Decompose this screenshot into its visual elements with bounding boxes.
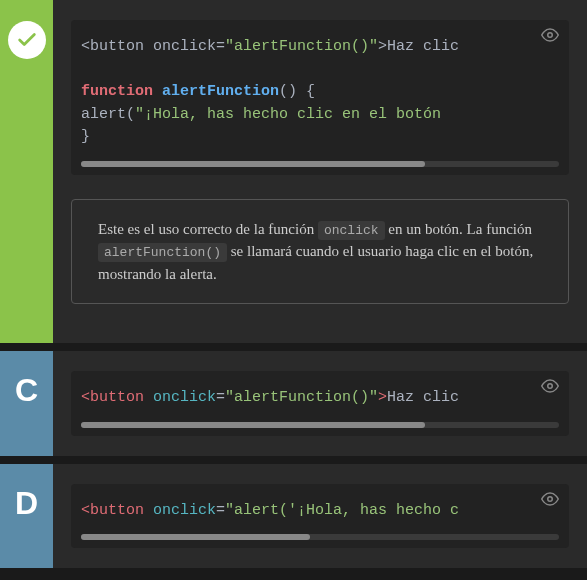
- code-line: alert("¡Hola, has hecho clic en el botón: [81, 104, 559, 127]
- code-string: "alertFunction()": [225, 389, 378, 406]
- code-line: <button onclick="alertFunction()">Haz cl…: [81, 387, 559, 410]
- code-attr: onclick: [144, 502, 216, 519]
- code-text: <button onclick=: [81, 38, 225, 55]
- option-correct-content: <button onclick="alertFunction()">Haz cl…: [53, 0, 587, 343]
- badge-d: D: [0, 464, 53, 569]
- code-block-c: <button onclick="alertFunction()">Haz cl…: [71, 371, 569, 436]
- badge-correct: [0, 0, 53, 343]
- scrollbar-thumb[interactable]: [81, 422, 425, 428]
- code-keyword: function: [81, 83, 153, 100]
- code-text: =: [216, 502, 225, 519]
- code-text: Haz clic: [387, 389, 459, 406]
- explanation-text: en un botón. La función: [385, 221, 532, 237]
- option-correct: <button onclick="alertFunction()">Haz cl…: [0, 0, 587, 343]
- scrollbar-thumb[interactable]: [81, 161, 425, 167]
- code-text: =: [216, 389, 225, 406]
- option-c-content: <button onclick="alertFunction()">Haz cl…: [53, 351, 587, 456]
- inline-code: alertFunction(): [98, 243, 227, 262]
- code-block-correct: <button onclick="alertFunction()">Haz cl…: [71, 20, 569, 175]
- code-string: "alert('¡Hola, has hecho c: [225, 502, 459, 519]
- svg-point-1: [548, 384, 553, 389]
- code-line: }: [81, 126, 559, 149]
- scrollbar-thumb[interactable]: [81, 534, 310, 540]
- option-letter: D: [15, 485, 38, 522]
- option-d[interactable]: D <button onclick="alert('¡Hola, has hec…: [0, 464, 587, 569]
- code-line: <button onclick="alert('¡Hola, has hecho…: [81, 500, 559, 523]
- explanation-box: Este es el uso correcto de la función on…: [71, 199, 569, 305]
- badge-c: C: [0, 351, 53, 456]
- code-punct: () {: [279, 83, 315, 100]
- eye-icon[interactable]: [541, 379, 559, 393]
- check-icon: [8, 21, 46, 59]
- code-funcname: alertFunction: [153, 83, 279, 100]
- code-tag: <button: [81, 502, 144, 519]
- code-block-d: <button onclick="alert('¡Hola, has hecho…: [71, 484, 569, 549]
- code-line-blank: [81, 59, 559, 82]
- scrollbar[interactable]: [81, 422, 559, 428]
- option-d-content: <button onclick="alert('¡Hola, has hecho…: [53, 464, 587, 569]
- code-string: "¡Hola, has hecho clic en el botón: [135, 106, 441, 123]
- inline-code: onclick: [318, 221, 385, 240]
- code-line: <button onclick="alertFunction()">Haz cl…: [81, 36, 559, 59]
- svg-point-0: [548, 33, 553, 38]
- scrollbar[interactable]: [81, 161, 559, 167]
- code-tag: <button: [81, 389, 144, 406]
- code-text: alert(: [81, 106, 135, 123]
- code-attr: onclick: [144, 389, 216, 406]
- code-text: >Haz clic: [378, 38, 459, 55]
- code-punct: }: [81, 128, 90, 145]
- eye-icon[interactable]: [541, 28, 559, 42]
- eye-icon[interactable]: [541, 492, 559, 506]
- svg-point-2: [548, 496, 553, 501]
- code-text: >: [378, 389, 387, 406]
- scrollbar[interactable]: [81, 534, 559, 540]
- option-c[interactable]: C <button onclick="alertFunction()">Haz …: [0, 351, 587, 456]
- option-letter: C: [15, 372, 38, 409]
- explanation-text: Este es el uso correcto de la función: [98, 221, 318, 237]
- code-line: function alertFunction() {: [81, 81, 559, 104]
- code-string: "alertFunction()": [225, 38, 378, 55]
